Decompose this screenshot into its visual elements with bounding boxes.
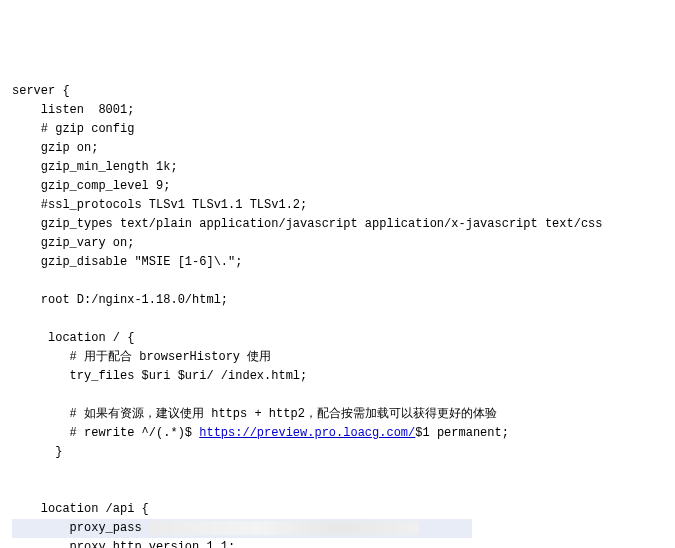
code-text: $1 permanent; [415, 426, 509, 440]
highlighted-line: proxy_pass [12, 519, 472, 538]
code-text: # rewrite ^/(.*)$ [12, 426, 199, 440]
nginx-config-code-block: server { listen 8001; # gzip config gzip… [0, 76, 675, 548]
code-line: location / { [12, 331, 134, 345]
code-line: gzip on; [12, 141, 98, 155]
code-line: try_files $uri $uri/ /index.html; [12, 369, 307, 383]
code-line: # rewrite ^/(.*)$ https://preview.pro.lo… [12, 426, 509, 440]
code-line: gzip_vary on; [12, 236, 134, 250]
code-line: root D:/nginx-1.18.0/html; [12, 293, 228, 307]
code-line: server { [12, 84, 70, 98]
code-text: proxy_pass [12, 521, 149, 535]
code-line: location /api { [12, 502, 149, 516]
code-line: gzip_comp_level 9; [12, 179, 170, 193]
code-line: proxy_http_version 1.1; [12, 540, 235, 548]
code-line: gzip_disable "MSIE [1-6]\."; [12, 255, 242, 269]
code-line: listen 8001; [12, 103, 134, 117]
redacted-proxy-pass-value [149, 521, 419, 535]
code-line: # gzip config [12, 122, 134, 136]
code-line: } [12, 445, 62, 459]
code-line: gzip_min_length 1k; [12, 160, 178, 174]
code-line: # 用于配合 browserHistory 使用 [12, 350, 271, 364]
url-link[interactable]: https://preview.pro.loacg.com/ [199, 426, 415, 440]
code-line: #ssl_protocols TLSv1 TLSv1.1 TLSv1.2; [12, 198, 307, 212]
code-line: # 如果有资源，建议使用 https + http2，配合按需加载可以获得更好的… [12, 407, 497, 421]
code-line: gzip_types text/plain application/javasc… [12, 217, 603, 231]
